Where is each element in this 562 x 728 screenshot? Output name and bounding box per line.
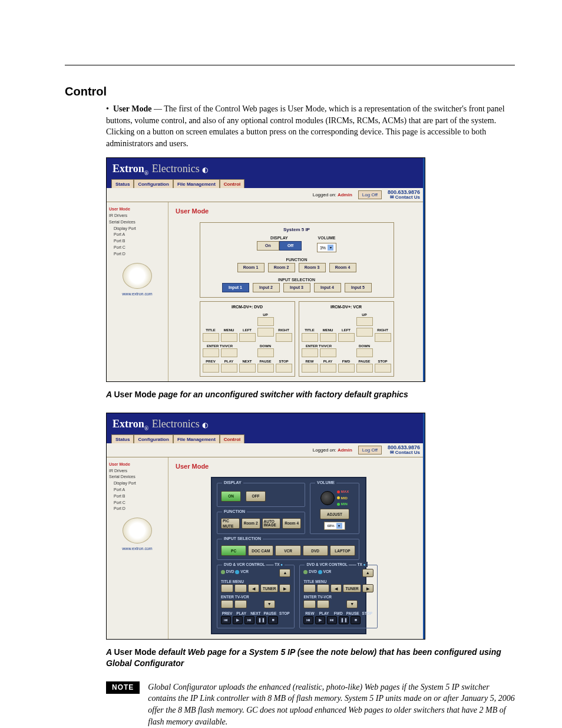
center-button[interactable]	[356, 328, 373, 337]
input-doccam-button[interactable]: DOC CAM	[248, 545, 273, 556]
www-link[interactable]: www.extron.com	[109, 291, 166, 297]
display-on-button[interactable]: On	[257, 241, 279, 251]
room4-button[interactable]: Room 4	[329, 263, 356, 272]
title-button[interactable]	[303, 584, 316, 592]
room2-button[interactable]: Room 2	[242, 518, 260, 529]
arrow-up-button[interactable]: ▲	[362, 569, 373, 577]
tab-configuration[interactable]: Configuration	[134, 179, 173, 188]
input-laptop-button[interactable]: LAPTOP	[330, 545, 355, 556]
stop-button[interactable]: ■	[351, 616, 361, 624]
sidebar-item-port-a[interactable]: Port A	[114, 487, 166, 493]
sidebar-item-port-d[interactable]: Port D	[114, 251, 166, 257]
sidebar-item-serial-devices[interactable]: Serial Devices	[109, 219, 166, 225]
tab-status[interactable]: Status	[111, 434, 134, 443]
enter-button[interactable]	[221, 600, 233, 608]
center-button[interactable]	[257, 328, 274, 337]
sidebar-item-user-mode[interactable]: User Mode	[109, 206, 166, 212]
arrow-down-button[interactable]: ▼	[264, 600, 275, 608]
enter-button[interactable]	[302, 348, 318, 357]
www-link[interactable]: www.extron.com	[109, 546, 166, 552]
fwd-button[interactable]	[338, 364, 355, 373]
sidebar-item-ir-drivers[interactable]: IR Drivers	[109, 213, 166, 219]
dvd-radio[interactable]	[303, 570, 308, 574]
sidebar-item-display-port[interactable]: Display Port	[114, 226, 166, 232]
volume-select[interactable]: 68%▾	[324, 522, 345, 530]
right-button[interactable]	[276, 333, 292, 342]
up-button[interactable]	[257, 317, 274, 326]
up-button[interactable]	[356, 317, 373, 326]
stop-button[interactable]	[375, 364, 391, 373]
dvd-radio[interactable]	[221, 570, 225, 574]
arrow-down-button[interactable]: ▼	[346, 600, 358, 608]
sidebar-item-port-b[interactable]: Port B	[114, 238, 166, 244]
right-button[interactable]	[375, 333, 391, 342]
play-button[interactable]: ▶	[233, 616, 243, 624]
stop-button[interactable]	[276, 364, 292, 373]
arrow-left-button[interactable]: ◀	[248, 584, 259, 592]
input3-button[interactable]: Input 3	[283, 283, 310, 292]
sidebar-item-port-c[interactable]: Port C	[114, 500, 166, 506]
volume-select[interactable]: 3%▾	[317, 243, 336, 252]
contact-us-link[interactable]: ✉ Contact Us	[390, 195, 420, 200]
sidebar-item-user-mode[interactable]: User Mode	[109, 462, 166, 467]
room2-button[interactable]: Room 2	[268, 263, 295, 272]
title-button[interactable]	[221, 584, 233, 592]
menu-button[interactable]	[317, 584, 329, 592]
tab-file-management[interactable]: File Management	[173, 434, 220, 443]
input2-button[interactable]: Input 2	[253, 283, 280, 292]
down-button[interactable]	[356, 348, 373, 357]
input4-button[interactable]: Input 4	[314, 283, 341, 292]
logoff-button[interactable]: Log Off	[358, 190, 382, 199]
rew-button[interactable]	[302, 364, 318, 373]
arrow-left-button[interactable]: ◀	[330, 584, 342, 592]
menu-button[interactable]	[320, 333, 336, 342]
left-button[interactable]	[239, 333, 256, 342]
tab-control[interactable]: Control	[220, 434, 244, 443]
input-pc-button[interactable]: PC	[221, 545, 246, 556]
room4-button[interactable]: Room 4	[282, 518, 301, 529]
arrow-right-button[interactable]: ▶	[362, 584, 373, 592]
sidebar-item-port-c[interactable]: Port C	[114, 245, 166, 251]
pic-mute-button[interactable]: PIC MUTE	[221, 518, 240, 529]
fwd-button[interactable]: ⏭	[327, 616, 337, 624]
next-button[interactable]	[239, 364, 256, 373]
play-button[interactable]	[320, 364, 336, 373]
tvvcr-button[interactable]	[320, 348, 336, 357]
input-vcr-button[interactable]: VCR	[275, 545, 300, 556]
play-button[interactable]: ▶	[315, 616, 325, 624]
input5-button[interactable]: Input 5	[345, 283, 372, 292]
pause-button[interactable]	[257, 364, 274, 373]
left-button[interactable]	[338, 333, 355, 342]
vcr-radio[interactable]	[318, 570, 322, 574]
tab-control[interactable]: Control	[220, 179, 244, 188]
down-button[interactable]	[257, 348, 274, 357]
sidebar-item-ir-drivers[interactable]: IR Drivers	[109, 468, 166, 474]
title-button[interactable]	[203, 333, 219, 342]
pause-button[interactable]: ❚❚	[339, 616, 349, 624]
rew-button[interactable]: ⏮	[303, 616, 313, 624]
prev-button[interactable]: ⏮	[221, 616, 231, 624]
tvvcr-button[interactable]	[234, 600, 247, 608]
tab-status[interactable]: Status	[111, 179, 134, 188]
next-button[interactable]: ⏭	[244, 616, 254, 624]
pause-button[interactable]: ❚❚	[256, 616, 266, 624]
auto-image-button[interactable]: AUTO IMAGE	[262, 518, 281, 529]
title-button[interactable]	[302, 333, 318, 342]
sidebar-item-port-b[interactable]: Port B	[114, 493, 166, 499]
tuner-button[interactable]: TUNER	[343, 584, 361, 592]
input-dvd-button[interactable]: DVD	[303, 545, 328, 556]
tvvcr-button[interactable]	[221, 348, 237, 357]
arrow-right-button[interactable]: ▶	[279, 584, 290, 592]
play-button[interactable]	[221, 364, 237, 373]
tuner-button[interactable]: TUNER	[260, 584, 278, 592]
room3-button[interactable]: Room 3	[299, 263, 326, 272]
enter-button[interactable]	[203, 348, 219, 357]
display-off-button[interactable]: OFF	[246, 491, 266, 502]
contact-us-link[interactable]: ✉ Contact Us	[390, 450, 420, 455]
arrow-up-button[interactable]: ▲	[279, 569, 290, 577]
room1-button[interactable]: Room 1	[237, 263, 265, 272]
sidebar-item-port-d[interactable]: Port D	[114, 506, 166, 512]
menu-button[interactable]	[221, 333, 237, 342]
pause-button[interactable]	[356, 364, 373, 373]
input1-button[interactable]: Input 1	[222, 283, 249, 292]
